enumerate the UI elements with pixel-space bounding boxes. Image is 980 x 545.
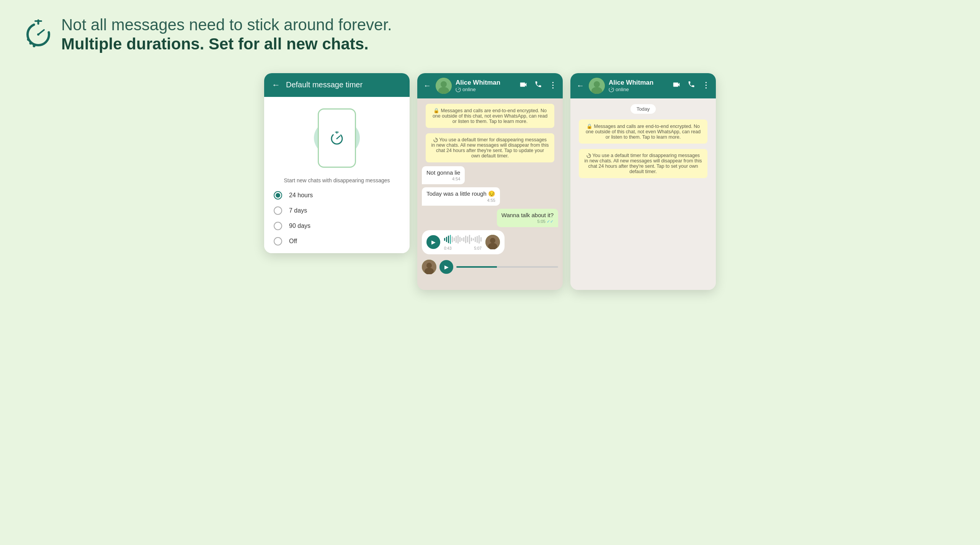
svg-point-26 <box>426 263 432 268</box>
chat3-date-badge: Today <box>630 104 656 114</box>
more-icon-2[interactable]: ⋮ <box>549 80 557 91</box>
double-tick-icon: ✓✓ <box>547 219 554 224</box>
voice-avatar-2 <box>422 260 436 274</box>
radio-label-7d: 7 days <box>289 207 307 214</box>
chat2-system-lock[interactable]: 🔒 Messages and calls are end-to-end encr… <box>426 104 554 128</box>
timer-subtitle: Start new chats with disappearing messag… <box>274 177 400 183</box>
chat2-contact-name: Alice Whitman <box>456 79 515 87</box>
svg-point-14 <box>441 81 447 87</box>
svg-line-18 <box>458 88 459 90</box>
radio-circle-24h <box>274 191 282 200</box>
voice-times-1: 0:43 5:07 <box>444 246 482 250</box>
radio-group: 24 hours 7 days 90 days Off <box>274 191 400 245</box>
header-line2: Multiple durations. Set for all new chat… <box>61 34 392 54</box>
header-text: Not all messages need to stick around fo… <box>61 15 392 54</box>
chat2-msg-2-time: 4:55 <box>426 198 495 203</box>
radio-circle-90d <box>274 222 282 230</box>
timer-top-bar: ← Default message timer <box>264 73 410 97</box>
phone-shell <box>318 108 356 168</box>
svg-point-29 <box>594 81 600 87</box>
svg-line-33 <box>611 88 612 90</box>
chat3-avatar[interactable] <box>589 78 605 94</box>
play-button-2[interactable]: ▶ <box>439 260 453 274</box>
play-button-1[interactable]: ▶ <box>426 235 440 249</box>
timer-system-icon-3 <box>586 153 591 158</box>
chat3-contact-info[interactable]: Alice Whitman online <box>609 79 668 92</box>
phone-icon-3 <box>688 80 695 88</box>
video-icon-3 <box>672 80 681 89</box>
svg-point-5 <box>27 38 30 41</box>
radio-90d[interactable]: 90 days <box>274 222 400 230</box>
chat2-body: 🔒 Messages and calls are end-to-end encr… <box>417 98 563 290</box>
svg-line-21 <box>436 139 437 140</box>
svg-point-23 <box>490 238 495 243</box>
svg-point-12 <box>336 138 338 139</box>
voice-avatar-image <box>485 235 500 249</box>
more-icon-3[interactable]: ⋮ <box>702 80 710 91</box>
video-icon-2 <box>519 80 528 89</box>
radio-7d[interactable]: 7 days <box>274 206 400 215</box>
chat3-contact-status: online <box>609 87 668 92</box>
screens-container: ← Default message timer Start new chats … <box>23 73 957 290</box>
radio-label-off: Off <box>289 238 297 245</box>
chat2-contact-status: online <box>456 87 515 92</box>
header-line1: Not all messages need to stick around fo… <box>61 15 392 34</box>
chat3-back-icon[interactable]: ← <box>577 81 584 90</box>
radio-label-24h: 24 hours <box>289 192 313 199</box>
radio-label-90d: 90 days <box>289 223 310 229</box>
screen-chat-2: ← Alice Whitman online <box>417 73 563 290</box>
chat2-icons: ⋮ <box>519 80 557 91</box>
svg-line-36 <box>589 155 590 156</box>
chat3-body: Today 🔒 Messages and calls are end-to-en… <box>570 98 716 290</box>
wave-bar-2 <box>456 266 558 268</box>
svg-point-4 <box>37 33 39 36</box>
phone-call-icon-3[interactable] <box>688 80 695 91</box>
timer-phone-icon <box>329 130 345 146</box>
svg-point-6 <box>29 42 32 45</box>
chat3-contact-name: Alice Whitman <box>609 79 668 87</box>
phone-call-icon-2[interactable] <box>534 80 542 91</box>
chat2-msg-1-time: 4:54 <box>426 177 460 181</box>
chat2-back-icon[interactable]: ← <box>423 81 431 90</box>
wave-container-1: 0:43 5:07 <box>444 234 482 250</box>
avatar-image-2 <box>436 78 452 94</box>
avatar-image-3 <box>589 78 605 94</box>
chat2-msg-1: Not gonna lie 4:54 <box>422 166 465 184</box>
timer-screen-title: Default message timer <box>286 80 363 89</box>
radio-circle-off <box>274 237 282 245</box>
phone-illustration <box>274 108 400 168</box>
timer-logo-icon <box>23 17 54 48</box>
timer-status-icon-3 <box>609 87 614 92</box>
svg-line-11 <box>337 136 340 139</box>
svg-point-7 <box>33 45 36 47</box>
video-call-icon-3[interactable] <box>672 80 681 91</box>
radio-circle-7d <box>274 206 282 215</box>
chat3-top-bar: ← Alice Whitman online <box>570 73 716 98</box>
voice-avatar-1 <box>485 235 500 249</box>
timer-status-icon-2 <box>456 87 461 92</box>
timer-content: Start new chats with disappearing messag… <box>264 97 410 253</box>
chat2-contact-info[interactable]: Alice Whitman online <box>456 79 515 92</box>
video-call-icon-2[interactable] <box>519 80 528 91</box>
timer-system-icon-2 <box>433 137 438 142</box>
chat2-msg-3-time: 5:05 ✓✓ <box>501 219 554 224</box>
screen-timer: ← Default message timer Start new chats … <box>264 73 410 253</box>
chat3-system-lock[interactable]: 🔒 Messages and calls are end-to-end encr… <box>579 119 707 144</box>
chat2-system-timer[interactable]: You use a default timer for disappearing… <box>426 133 554 162</box>
chat2-avatar[interactable] <box>436 78 452 94</box>
screen-chat-3: ← Alice Whitman online <box>570 73 716 290</box>
chat2-msg-2: Today was a little rough 😔 4:55 <box>422 187 500 206</box>
page-header: Not all messages need to stick around fo… <box>23 15 957 54</box>
voice-avatar-image-2 <box>422 260 436 274</box>
chat3-system-timer[interactable]: You use a default timer for disappearing… <box>579 149 707 178</box>
phone-icon-2 <box>534 80 542 88</box>
radio-off[interactable]: Off <box>274 237 400 245</box>
chat2-voice-2-partial: ▶ <box>422 257 558 277</box>
chat3-icons: ⋮ <box>672 80 710 91</box>
chat2-top-bar: ← Alice Whitman online <box>417 73 563 98</box>
chat2-msg-3: Wanna talk about it? 5:05 ✓✓ <box>497 209 558 227</box>
chat2-voice-1[interactable]: ▶ <box>422 230 505 254</box>
back-arrow-icon[interactable]: ← <box>272 80 280 90</box>
radio-24h[interactable]: 24 hours <box>274 191 400 200</box>
